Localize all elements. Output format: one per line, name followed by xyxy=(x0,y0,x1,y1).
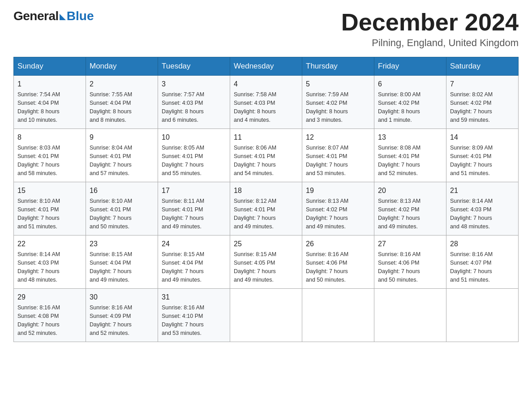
logo-general-text: General xyxy=(13,9,59,23)
day-info: Sunrise: 8:16 AM Sunset: 4:06 PM Dayligh… xyxy=(378,250,442,284)
calendar-cell: 21Sunrise: 8:14 AM Sunset: 4:03 PM Dayli… xyxy=(446,182,519,235)
calendar-cell: 5Sunrise: 7:59 AM Sunset: 4:02 PM Daylig… xyxy=(302,76,374,129)
day-info: Sunrise: 8:10 AM Sunset: 4:01 PM Dayligh… xyxy=(17,197,82,231)
calendar-cell: 19Sunrise: 8:13 AM Sunset: 4:02 PM Dayli… xyxy=(302,182,374,235)
logo-blue-text: Blue xyxy=(67,9,94,23)
calendar-cell: 16Sunrise: 8:10 AM Sunset: 4:01 PM Dayli… xyxy=(86,182,158,235)
calendar-cell: 25Sunrise: 8:15 AM Sunset: 4:05 PM Dayli… xyxy=(230,235,302,289)
day-number: 23 xyxy=(90,239,154,249)
day-number: 4 xyxy=(234,79,298,90)
calendar-week-row: 8Sunrise: 8:03 AM Sunset: 4:01 PM Daylig… xyxy=(14,129,519,182)
weekday-header: Sunday xyxy=(14,57,86,76)
day-number: 11 xyxy=(234,132,298,143)
day-info: Sunrise: 8:15 AM Sunset: 4:04 PM Dayligh… xyxy=(162,250,226,284)
weekday-header: Saturday xyxy=(446,57,519,76)
day-number: 8 xyxy=(17,132,82,143)
day-info: Sunrise: 8:13 AM Sunset: 4:02 PM Dayligh… xyxy=(378,197,442,231)
month-title: December 2024 xyxy=(341,9,519,35)
calendar-cell: 6Sunrise: 8:00 AM Sunset: 4:02 PM Daylig… xyxy=(374,76,446,129)
day-info: Sunrise: 8:15 AM Sunset: 4:04 PM Dayligh… xyxy=(90,250,154,284)
calendar-cell: 13Sunrise: 8:08 AM Sunset: 4:01 PM Dayli… xyxy=(374,129,446,182)
day-info: Sunrise: 8:07 AM Sunset: 4:01 PM Dayligh… xyxy=(306,144,370,177)
day-info: Sunrise: 7:59 AM Sunset: 4:02 PM Dayligh… xyxy=(306,90,370,124)
day-number: 3 xyxy=(162,79,226,90)
calendar-cell: 2Sunrise: 7:55 AM Sunset: 4:04 PM Daylig… xyxy=(86,76,158,129)
day-number: 24 xyxy=(162,239,226,249)
calendar-week-row: 15Sunrise: 8:10 AM Sunset: 4:01 PM Dayli… xyxy=(14,182,519,235)
page-header: General Blue December 2024 Pilning, Engl… xyxy=(13,9,519,49)
day-number: 18 xyxy=(234,185,298,196)
day-number: 26 xyxy=(306,239,370,249)
logo-triangle-icon xyxy=(60,14,66,20)
day-info: Sunrise: 8:10 AM Sunset: 4:01 PM Dayligh… xyxy=(90,197,154,231)
day-number: 2 xyxy=(90,79,154,90)
calendar-cell: 29Sunrise: 8:16 AM Sunset: 4:08 PM Dayli… xyxy=(14,289,86,342)
calendar-cell: 27Sunrise: 8:16 AM Sunset: 4:06 PM Dayli… xyxy=(374,235,446,289)
weekday-header: Monday xyxy=(86,57,158,76)
logo: General Blue xyxy=(13,9,94,23)
day-number: 27 xyxy=(378,239,442,249)
calendar-cell: 30Sunrise: 8:16 AM Sunset: 4:09 PM Dayli… xyxy=(86,289,158,342)
day-info: Sunrise: 7:54 AM Sunset: 4:04 PM Dayligh… xyxy=(17,90,82,124)
weekday-header: Thursday xyxy=(302,57,374,76)
day-number: 31 xyxy=(162,292,226,303)
calendar-cell: 31Sunrise: 8:16 AM Sunset: 4:10 PM Dayli… xyxy=(158,289,230,342)
day-number: 28 xyxy=(450,239,515,249)
day-info: Sunrise: 8:02 AM Sunset: 4:02 PM Dayligh… xyxy=(450,90,515,124)
calendar-cell xyxy=(374,289,446,342)
day-info: Sunrise: 7:58 AM Sunset: 4:03 PM Dayligh… xyxy=(234,90,298,124)
day-info: Sunrise: 8:11 AM Sunset: 4:01 PM Dayligh… xyxy=(162,197,226,231)
calendar-cell: 17Sunrise: 8:11 AM Sunset: 4:01 PM Dayli… xyxy=(158,182,230,235)
calendar-week-row: 29Sunrise: 8:16 AM Sunset: 4:08 PM Dayli… xyxy=(14,289,519,342)
day-info: Sunrise: 8:16 AM Sunset: 4:10 PM Dayligh… xyxy=(162,304,226,337)
calendar-cell xyxy=(302,289,374,342)
calendar-cell: 11Sunrise: 8:06 AM Sunset: 4:01 PM Dayli… xyxy=(230,129,302,182)
calendar-week-row: 22Sunrise: 8:14 AM Sunset: 4:03 PM Dayli… xyxy=(14,235,519,289)
day-info: Sunrise: 8:06 AM Sunset: 4:01 PM Dayligh… xyxy=(234,144,298,177)
day-info: Sunrise: 8:14 AM Sunset: 4:03 PM Dayligh… xyxy=(17,250,82,284)
day-info: Sunrise: 8:16 AM Sunset: 4:09 PM Dayligh… xyxy=(90,304,154,337)
weekday-header: Friday xyxy=(374,57,446,76)
day-info: Sunrise: 8:08 AM Sunset: 4:01 PM Dayligh… xyxy=(378,144,442,177)
calendar-cell: 26Sunrise: 8:16 AM Sunset: 4:06 PM Dayli… xyxy=(302,235,374,289)
calendar-cell: 10Sunrise: 8:05 AM Sunset: 4:01 PM Dayli… xyxy=(158,129,230,182)
day-number: 1 xyxy=(17,79,82,90)
day-number: 22 xyxy=(17,239,82,249)
calendar-week-row: 1Sunrise: 7:54 AM Sunset: 4:04 PM Daylig… xyxy=(14,76,519,129)
day-info: Sunrise: 8:16 AM Sunset: 4:08 PM Dayligh… xyxy=(17,304,82,337)
weekday-header: Wednesday xyxy=(230,57,302,76)
title-block: December 2024 Pilning, England, United K… xyxy=(341,9,519,49)
day-info: Sunrise: 8:00 AM Sunset: 4:02 PM Dayligh… xyxy=(378,90,442,124)
day-number: 15 xyxy=(17,185,82,196)
day-number: 7 xyxy=(450,79,515,90)
location-title: Pilning, England, United Kingdom xyxy=(341,37,519,49)
day-number: 30 xyxy=(90,292,154,303)
day-info: Sunrise: 8:16 AM Sunset: 4:07 PM Dayligh… xyxy=(450,250,515,284)
day-number: 5 xyxy=(306,79,370,90)
day-number: 6 xyxy=(378,79,442,90)
day-number: 29 xyxy=(17,292,82,303)
calendar-cell: 12Sunrise: 8:07 AM Sunset: 4:01 PM Dayli… xyxy=(302,129,374,182)
calendar-cell: 20Sunrise: 8:13 AM Sunset: 4:02 PM Dayli… xyxy=(374,182,446,235)
calendar-cell: 9Sunrise: 8:04 AM Sunset: 4:01 PM Daylig… xyxy=(86,129,158,182)
day-number: 17 xyxy=(162,185,226,196)
calendar-table: SundayMondayTuesdayWednesdayThursdayFrid… xyxy=(13,57,519,342)
calendar-cell xyxy=(446,289,519,342)
calendar-cell: 14Sunrise: 8:09 AM Sunset: 4:01 PM Dayli… xyxy=(446,129,519,182)
calendar-cell: 4Sunrise: 7:58 AM Sunset: 4:03 PM Daylig… xyxy=(230,76,302,129)
day-info: Sunrise: 8:14 AM Sunset: 4:03 PM Dayligh… xyxy=(450,197,515,231)
calendar-cell: 15Sunrise: 8:10 AM Sunset: 4:01 PM Dayli… xyxy=(14,182,86,235)
day-number: 25 xyxy=(234,239,298,249)
day-info: Sunrise: 7:57 AM Sunset: 4:03 PM Dayligh… xyxy=(162,90,226,124)
calendar-cell: 24Sunrise: 8:15 AM Sunset: 4:04 PM Dayli… xyxy=(158,235,230,289)
calendar-cell xyxy=(230,289,302,342)
day-number: 12 xyxy=(306,132,370,143)
day-info: Sunrise: 8:09 AM Sunset: 4:01 PM Dayligh… xyxy=(450,144,515,177)
day-info: Sunrise: 8:04 AM Sunset: 4:01 PM Dayligh… xyxy=(90,144,154,177)
day-number: 9 xyxy=(90,132,154,143)
day-info: Sunrise: 8:13 AM Sunset: 4:02 PM Dayligh… xyxy=(306,197,370,231)
weekday-header: Tuesday xyxy=(158,57,230,76)
day-number: 13 xyxy=(378,132,442,143)
calendar-cell: 23Sunrise: 8:15 AM Sunset: 4:04 PM Dayli… xyxy=(86,235,158,289)
day-info: Sunrise: 7:55 AM Sunset: 4:04 PM Dayligh… xyxy=(90,90,154,124)
